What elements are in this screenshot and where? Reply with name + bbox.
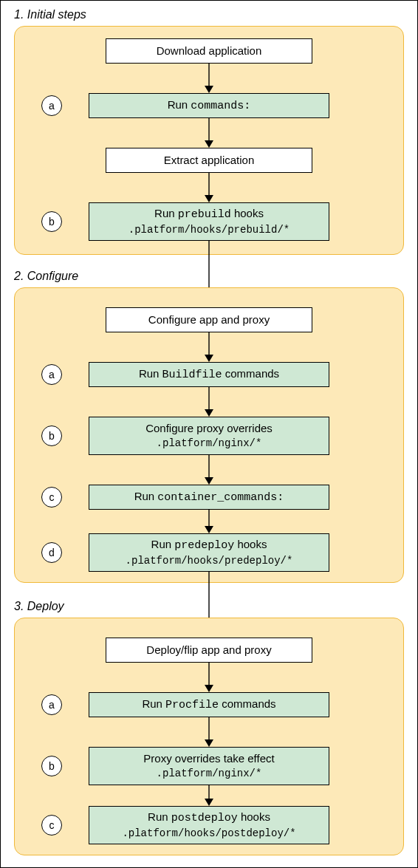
box-text: Proxy overrides take effect — [143, 751, 274, 766]
box-buildfile-commands: Run Buildfile commands — [89, 362, 329, 387]
section-2: Configure app and proxy a Run Buildfile … — [14, 287, 404, 583]
box-text: Extract application — [164, 153, 255, 168]
box-proxy-effect: Proxy overrides take effect .platform/ng… — [89, 747, 329, 785]
box-predeploy-hooks: Run predeploy hooks .platform/hooks/pred… — [89, 533, 329, 572]
svg-marker-19 — [205, 685, 213, 692]
step-letter: a — [41, 364, 62, 385]
section-3: Deploy/flip app and proxy a Run Procfile… — [14, 618, 404, 855]
arrow-icon — [208, 332, 210, 362]
svg-marker-1 — [205, 86, 213, 93]
arrow-icon — [208, 118, 210, 148]
box-subtext: .platform/nginx/* — [157, 437, 262, 451]
box-download-application: Download application — [106, 38, 312, 64]
box-text: Run Procfile commands — [142, 697, 275, 713]
arrow-icon — [208, 717, 210, 747]
box-text: Run predeploy hooks — [151, 537, 267, 553]
box-text: Run commands: — [168, 98, 251, 114]
box-text: Run Buildfile commands — [139, 366, 279, 383]
arrow-icon — [208, 510, 210, 533]
svg-marker-23 — [205, 799, 213, 806]
svg-marker-9 — [205, 355, 213, 362]
box-run-commands: Run commands: — [89, 93, 329, 118]
box-extract-application: Extract application — [106, 148, 312, 173]
box-proxy-overrides: Configure proxy overrides .platform/ngin… — [89, 417, 329, 455]
box-text: Deploy/flip app and proxy — [146, 643, 271, 657]
box-subtext: .platform/hooks/predeploy/* — [126, 554, 293, 568]
arrow-icon — [208, 663, 210, 692]
box-text: Run prebuild hooks — [154, 206, 264, 222]
svg-marker-21 — [205, 739, 213, 747]
svg-marker-15 — [205, 526, 213, 533]
step-letter: b — [41, 426, 62, 446]
box-text: Run postdeploy hooks — [148, 810, 270, 826]
diagram-canvas: 1. Initial steps Download application a … — [0, 0, 418, 868]
box-prebuild-hooks: Run prebuild hooks .platform/hooks/prebu… — [89, 202, 329, 241]
svg-marker-5 — [205, 195, 213, 202]
box-text: Configure proxy overrides — [145, 421, 273, 436]
box-subtext: .platform/nginx/* — [157, 767, 262, 781]
arrow-icon — [208, 173, 210, 202]
section-3-title: 3. Deploy — [14, 600, 64, 613]
section-1: Download application a Run commands: Ext… — [14, 26, 404, 255]
section-2-title: 2. Configure — [14, 270, 78, 283]
box-procfile-commands: Run Procfile commands — [89, 692, 329, 717]
svg-marker-3 — [205, 140, 213, 148]
box-text: Configure app and proxy — [148, 312, 270, 327]
arrow-icon — [208, 785, 210, 806]
arrow-icon — [208, 387, 210, 417]
box-subtext: .platform/hooks/postdeploy/* — [122, 827, 295, 841]
step-letter: b — [41, 756, 62, 776]
box-container-commands: Run container_commands: — [89, 485, 329, 510]
arrow-icon — [208, 64, 210, 93]
step-letter: c — [41, 487, 62, 508]
box-postdeploy-hooks: Run postdeploy hooks .platform/hooks/pos… — [89, 806, 329, 844]
svg-marker-11 — [205, 409, 213, 417]
box-deploy-flip: Deploy/flip app and proxy — [106, 638, 312, 663]
box-configure-app-proxy: Configure app and proxy — [106, 307, 312, 332]
box-text: Run container_commands: — [134, 489, 284, 505]
section-1-title: 1. Initial steps — [14, 8, 86, 21]
box-subtext: .platform/hooks/prebuild/* — [129, 223, 289, 237]
step-letter: b — [41, 211, 62, 232]
step-letter: d — [41, 542, 62, 563]
step-letter: a — [41, 694, 62, 715]
step-letter: c — [41, 815, 62, 835]
svg-marker-13 — [205, 477, 213, 485]
arrow-icon — [208, 455, 210, 485]
box-text: Download application — [157, 44, 262, 58]
step-letter: a — [41, 95, 62, 116]
